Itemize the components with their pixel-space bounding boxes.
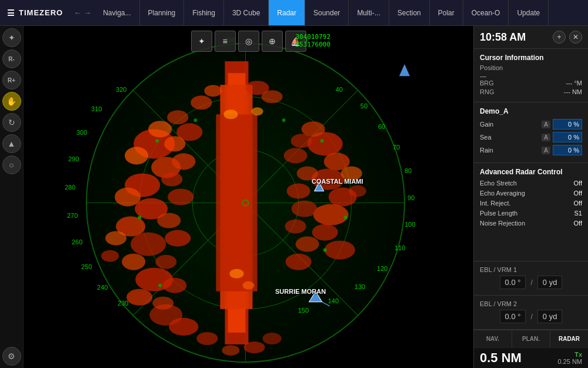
- svg-text:240: 240: [97, 284, 108, 291]
- ebl-vrm1-dist: 0 yd: [537, 276, 563, 289]
- svg-point-68: [138, 216, 141, 220]
- brg-label: BRG: [480, 79, 494, 87]
- cursor-info-title: Cursor Information: [480, 54, 582, 62]
- svg-point-70: [158, 284, 162, 287]
- circle-btn[interactable]: ○: [2, 155, 21, 174]
- svg-text:110: 110: [395, 244, 405, 251]
- nav-btn[interactable]: NAV.: [474, 330, 512, 347]
- svg-point-34: [168, 188, 193, 205]
- target-btn[interactable]: ◎: [238, 31, 259, 52]
- nav-tab-sounder[interactable]: Sounder: [305, 0, 349, 25]
- svg-point-74: [223, 110, 238, 119]
- svg-text:70: 70: [393, 144, 400, 151]
- svg-point-48: [349, 185, 366, 197]
- svg-point-29: [167, 110, 188, 124]
- forward-button[interactable]: →: [83, 8, 91, 17]
- hamburger-icon[interactable]: ☰: [7, 8, 15, 18]
- svg-point-54: [292, 201, 318, 217]
- bottom-nav: NAV. PLAN. RADAR: [474, 330, 588, 347]
- svg-point-51: [284, 148, 308, 163]
- rain-label: Rain: [480, 147, 539, 154]
- demo-section: Demo_A Gain A Sea A Rain A: [474, 102, 588, 163]
- rain-input[interactable]: [553, 145, 582, 155]
- noise-rejection-value: Off: [574, 220, 582, 227]
- nav-tab-ocean-o[interactable]: Ocean-O: [463, 0, 509, 25]
- rotate-btn[interactable]: ↻: [2, 113, 21, 132]
- svg-text:320: 320: [116, 86, 126, 93]
- ebl-vrm2-angle: 0.0 °: [500, 310, 526, 323]
- nav-tab-update[interactable]: Update: [509, 0, 549, 25]
- nav-tab-polar[interactable]: Polar: [430, 0, 463, 25]
- nav-tab-planning[interactable]: Planning: [140, 0, 185, 25]
- pulse-length-value: S1: [574, 210, 582, 217]
- echo-averaging-row[interactable]: Echo Averaging Off: [480, 190, 582, 197]
- gain-input[interactable]: [553, 119, 582, 130]
- layers-btn[interactable]: ≡: [215, 31, 236, 52]
- radar-btn[interactable]: RADAR: [550, 330, 588, 347]
- move-btn[interactable]: ⊕: [262, 31, 283, 52]
- svg-point-33: [161, 172, 182, 186]
- tx-range: 0.25 NM: [557, 358, 582, 365]
- svg-point-59: [204, 85, 222, 97]
- time-controls: + ✕: [553, 31, 582, 44]
- nav-tabs: Naviga...PlanningFishing3D CubeRadarSoun…: [95, 0, 588, 25]
- svg-point-56: [296, 237, 319, 252]
- ebl-vrm2-section: EBL / VRM 2 0.0 ° / 0 yd: [474, 296, 588, 330]
- svg-point-39: [152, 297, 173, 310]
- svg-text:270: 270: [67, 212, 78, 219]
- svg-text:50: 50: [360, 102, 368, 110]
- svg-point-37: [155, 255, 176, 269]
- svg-point-32: [172, 153, 195, 170]
- pulse-length-row[interactable]: Pulse Length S1: [480, 210, 582, 217]
- nav-tab-section[interactable]: Section: [389, 0, 430, 25]
- left-toolbar: ✦ R- R+ ✋ ↻ ▲ ○ ⚙: [0, 26, 24, 368]
- svg-rect-12: [216, 114, 257, 291]
- hand-tool-btn[interactable]: ✋: [2, 92, 21, 111]
- int-reject-row[interactable]: Int. Reject. Off: [480, 200, 582, 207]
- svg-point-61: [262, 90, 283, 103]
- echo-stretch-row[interactable]: Echo Stretch Off: [480, 180, 582, 187]
- plan-btn[interactable]: PLAN.: [512, 330, 550, 347]
- svg-point-62: [196, 332, 218, 345]
- radar-area[interactable]: ✦ ≡ ◎ ⊕ ⛵ 304010792 353176000: [24, 26, 473, 368]
- add-time-btn[interactable]: +: [553, 31, 566, 44]
- noise-rejection-row[interactable]: Noise Rejection Off: [480, 220, 582, 227]
- pulse-length-label: Pulse Length: [480, 210, 517, 217]
- echo-averaging-label: Echo Averaging: [480, 190, 525, 197]
- ebl-vrm1-angle: 0.0 °: [500, 276, 526, 289]
- ebl-vrm2-dist: 0 yd: [537, 310, 563, 323]
- svg-text:90: 90: [407, 194, 415, 201]
- svg-text:40: 40: [336, 86, 343, 93]
- svg-point-46: [325, 241, 355, 260]
- svg-text:300: 300: [76, 129, 87, 136]
- nav-tab-fishing[interactable]: Fishing: [184, 0, 224, 25]
- compass-tool-btn[interactable]: ✦: [2, 28, 21, 47]
- nav-tab-radar[interactable]: Radar: [269, 0, 305, 25]
- svg-point-23: [126, 289, 152, 306]
- triangle-btn[interactable]: ▲: [2, 134, 21, 153]
- svg-point-63: [222, 345, 239, 356]
- svg-point-38: [163, 278, 186, 293]
- zoom-in-btn[interactable]: R+: [2, 71, 21, 89]
- nav-tab-naviga---[interactable]: Naviga...: [95, 0, 139, 25]
- coords-display: 304010792 353176000: [296, 33, 331, 48]
- rain-badge: A: [542, 147, 550, 154]
- svg-point-76: [229, 269, 243, 279]
- svg-text:280: 280: [65, 184, 75, 191]
- svg-point-45: [312, 224, 338, 241]
- nav-tab-multi----[interactable]: Multi-...: [349, 0, 389, 25]
- svg-point-44: [313, 204, 349, 226]
- back-button[interactable]: ←: [74, 8, 81, 17]
- ebl-vrm1-sep: /: [530, 279, 532, 287]
- rng-value: --- NM: [564, 88, 582, 95]
- zoom-out-btn[interactable]: R-: [2, 49, 21, 68]
- svg-text:100: 100: [405, 221, 415, 228]
- sea-input[interactable]: [553, 132, 582, 142]
- radar-toolbar: ✦ ≡ ◎ ⊕ ⛵: [191, 31, 306, 52]
- svg-point-69: [344, 216, 348, 220]
- svg-text:260: 260: [72, 238, 82, 246]
- gear-btn[interactable]: ⚙: [2, 347, 21, 366]
- compass-radar-btn[interactable]: ✦: [191, 31, 212, 52]
- close-time-btn[interactable]: ✕: [569, 31, 582, 44]
- nav-tab-3d-cube[interactable]: 3D Cube: [224, 0, 269, 25]
